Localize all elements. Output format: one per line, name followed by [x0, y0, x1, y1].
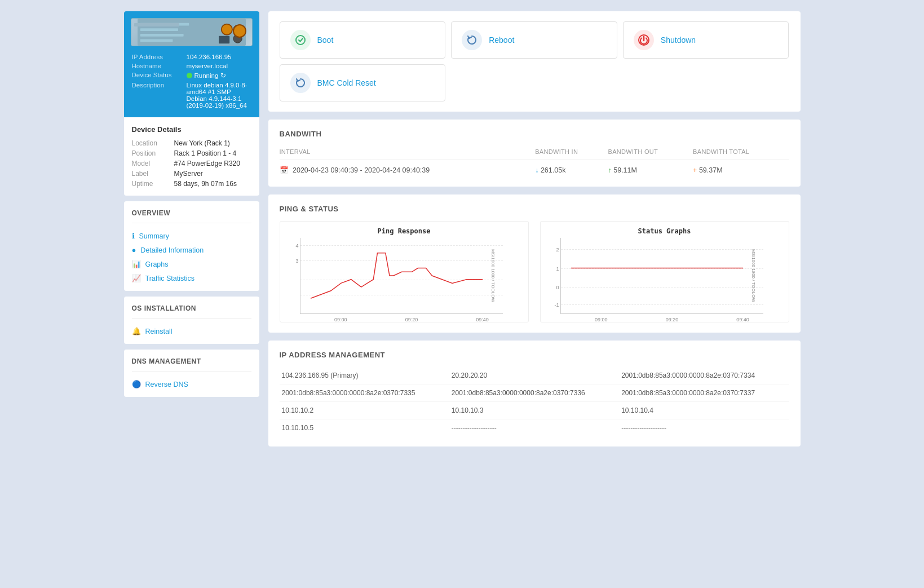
bw-out-value: ↑ 59.11M [608, 160, 693, 177]
x-label-1: 09:00 [334, 317, 347, 322]
bw-in-value: ↓ 261.05k [535, 160, 608, 177]
svg-point-5 [221, 24, 232, 35]
desc-value: Linux debian 4.9.0-8-amd64 #1 SMP Debian… [187, 81, 251, 109]
boot-button[interactable]: Boot [280, 21, 446, 59]
dns-title: DNS MANAGEMENT [132, 357, 251, 365]
bmc-button[interactable]: BMC Cold Reset [280, 64, 446, 101]
shutdown-icon [634, 30, 654, 50]
nav-summary-label: Summary [139, 232, 169, 240]
position-value: Rack 1 Position 1 - 4 [174, 149, 237, 157]
detail-label-row: Label MyServer [132, 170, 251, 178]
main-content: Boot Reboot [268, 11, 801, 454]
os-install-title: OS INSTALLATION [132, 304, 251, 312]
ping-card: PING & STATUS Ping Response 4 3 [268, 194, 801, 333]
detail-model: Model #74 PowerEdge R320 [132, 160, 251, 167]
svg-point-7 [233, 34, 241, 43]
status-graph: Status Graphs 2 1 0 -1 [540, 221, 789, 322]
ip-cell: 10.10.10.5 [280, 419, 449, 437]
bmc-label: BMC Cold Reset [317, 78, 376, 87]
model-label: Model [132, 160, 174, 167]
ip-management-title: IP ADDRESS MANAGEMENT [280, 351, 789, 359]
ip-cell: 2001:0db8:85a3:0000:0000:8a2e:0370:7336 [449, 384, 619, 402]
ping-section-title: PING & STATUS [280, 205, 789, 213]
uptime-label: Uptime [132, 180, 174, 188]
interval-value: 📅 2020-04-23 09:40:39 - 2020-04-24 09:40… [280, 160, 536, 177]
nav-graphs[interactable]: 📊 Graphs [132, 257, 251, 271]
desc-label: Description [132, 81, 185, 109]
nav-reinstall-label: Reinstall [145, 328, 173, 335]
x-label-2: 09:20 [405, 317, 418, 322]
status-text: Running [194, 72, 219, 79]
nav-traffic[interactable]: 📈 Traffic Statistics [132, 271, 251, 285]
ip-label: IP Address [132, 53, 185, 61]
nav-detailed-info[interactable]: ● Detailed Information [132, 243, 251, 257]
svg-rect-2 [140, 28, 178, 31]
ip-cell: -------------------- [449, 419, 619, 437]
status-label: Device Status [132, 71, 185, 80]
bell-icon: 🔔 [132, 327, 141, 335]
status-dot [187, 73, 192, 78]
hostname-label: Hostname [132, 62, 185, 70]
svg-rect-4 [140, 39, 173, 42]
overview-title: OVERVIEW [132, 209, 251, 217]
svg-rect-3 [140, 34, 183, 37]
sy-label-1: 1 [556, 266, 559, 272]
up-arrow-icon: ↑ [608, 166, 614, 174]
label-value: MyServer [174, 170, 203, 178]
uptime-value: 58 days, 9h 07m 16s [174, 180, 237, 188]
nav-traffic-label: Traffic Statistics [145, 275, 195, 282]
status-value: Running ↻ [187, 71, 251, 80]
ip-cell: 10.10.10.4 [619, 402, 789, 419]
device-details-card: Device Details Location New York (Rack 1… [124, 117, 259, 196]
bmc-icon [290, 73, 311, 93]
svg-rect-8 [219, 36, 229, 43]
nav-summary[interactable]: ℹ Summary [132, 229, 251, 243]
ip-table-row: 2001:0db8:85a3:0000:0000:8a2e:0370:73352… [280, 384, 789, 402]
down-arrow-icon: ↓ [535, 166, 541, 174]
ip-cell: 2001:0db8:85a3:0000:0000:8a2e:0370:7337 [619, 384, 789, 402]
ping-graphs: Ping Response 4 3 [280, 221, 789, 322]
ip-table-row: 10.10.10.5------------------------------… [280, 419, 789, 437]
hostname-value: myserver.local [187, 62, 251, 70]
status-graph-title: Status Graphs [546, 227, 783, 235]
detail-position: Position Rack 1 Position 1 - 4 [132, 149, 251, 157]
status-graph-area: 2 1 0 -1 09:00 09:20 09:40 [560, 238, 763, 314]
ping-graph-area: 4 3 09:00 09:20 [300, 238, 503, 314]
shutdown-button[interactable]: Shutdown [623, 21, 789, 59]
nav-graphs-label: Graphs [145, 260, 169, 268]
boot-label: Boot [317, 36, 334, 45]
svg-point-9 [296, 36, 305, 45]
ip-value: 104.236.166.95 [187, 53, 251, 61]
sx-label-2: 09:20 [666, 317, 679, 322]
col-bw-total: BANDWITH TOTAL [693, 146, 789, 160]
bw-total-value: + 59.37M [693, 160, 789, 177]
sidebar: IP Address 104.236.166.95 Hostname myser… [124, 11, 259, 454]
col-bw-in: BANDWITH IN [535, 146, 608, 160]
chart-line-icon: 📈 [132, 274, 141, 282]
reboot-icon [462, 30, 482, 50]
ip-table-row: 10.10.10.210.10.10.310.10.10.4 [280, 402, 789, 419]
detail-uptime: Uptime 58 days, 9h 07m 16s [132, 180, 251, 188]
ip-table-row: 104.236.166.95 (Primary)20.20.20.202001:… [280, 367, 789, 384]
ip-cell: 2001:0db8:85a3:0000:0000:8a2e:0370:7334 [619, 367, 789, 384]
status-running: Running ↻ [187, 72, 227, 79]
server-image [131, 18, 253, 46]
os-install-card: OS INSTALLATION 🔔 Reinstall [124, 297, 259, 344]
ping-response-graph: Ping Response 4 3 [280, 221, 529, 322]
ip-cell: 104.236.166.95 (Primary) [280, 367, 449, 384]
reboot-button[interactable]: Reboot [451, 21, 617, 59]
nav-reverse-dns[interactable]: 🔵 Reverse DNS [132, 377, 251, 391]
overview-card: OVERVIEW ℹ Summary ● Detailed Informatio… [124, 201, 259, 291]
power-card: Boot Reboot [268, 11, 801, 112]
ip-table: 104.236.166.95 (Primary)20.20.20.202001:… [280, 367, 789, 436]
ip-cell: 2001:0db8:85a3:0000:0000:8a2e:0370:7335 [280, 384, 449, 402]
ip-cell: 10.10.10.2 [280, 402, 449, 419]
ping-graph-title: Ping Response [286, 227, 523, 235]
calendar-icon: 📅 [280, 166, 289, 174]
label-label: Label [132, 170, 174, 178]
bandwidth-title: BANDWITH [280, 130, 789, 138]
info-icon: ℹ [132, 232, 135, 240]
boot-icon [290, 30, 311, 50]
sy-label-0: 0 [556, 285, 559, 290]
nav-reinstall[interactable]: 🔔 Reinstall [132, 324, 251, 338]
